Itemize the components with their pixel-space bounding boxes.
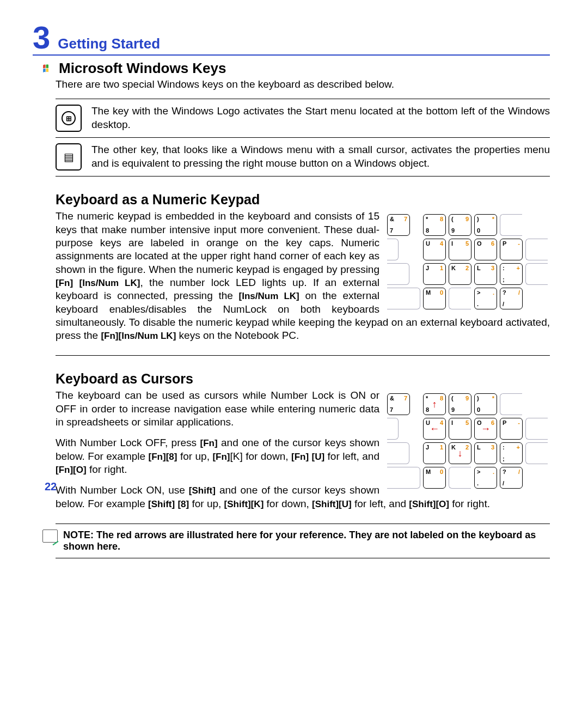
divider xyxy=(56,355,550,356)
chapter-number: 3 xyxy=(33,22,50,53)
windows-logo-key-desc: The key with the Windows Logo activates … xyxy=(91,105,550,131)
chapter-title: Getting Started xyxy=(58,35,160,52)
menu-key-icon: ▤ xyxy=(56,143,82,171)
section-title-cursors: Keyboard as Cursors xyxy=(56,371,550,387)
divider xyxy=(56,99,550,99)
windows-flag-icon xyxy=(42,64,54,74)
menu-key-desc: The other key, that looks like a Windows… xyxy=(91,143,550,170)
windows-logo-key-row: ⊞ The key with the Windows Logo activate… xyxy=(56,105,550,132)
section-title-numeric-keypad: Keyboard as a Numeric Keypad xyxy=(56,192,550,208)
windows-logo-key-icon: ⊞ xyxy=(56,105,82,132)
note-text: NOTE: The red arrows are illustrated her… xyxy=(63,530,550,552)
note-row: NOTE: The red arrows are illustrated her… xyxy=(42,530,550,552)
page-number: 22 xyxy=(45,480,57,493)
divider xyxy=(56,558,550,558)
note-icon xyxy=(42,530,58,543)
divider xyxy=(56,137,550,138)
divider xyxy=(56,524,550,524)
windows-keys-intro: There are two special Windows keys on th… xyxy=(56,78,550,91)
menu-key-row: ▤ The other key, that looks like a Windo… xyxy=(56,143,550,171)
section-title-windows-keys: Microsoft Windows Keys xyxy=(59,60,226,77)
cursor-keypad-figure: &77*88↑(99)*0U4←I5O6→P-J1K2↓L3:+;M0>..?/… xyxy=(385,391,550,491)
numeric-keypad-figure: &77*88(99)*0U4I5O6P-J1K2L3:+;M0>..?// xyxy=(385,212,550,312)
chapter-header: 3 Getting Started xyxy=(33,22,550,56)
divider xyxy=(56,176,550,177)
